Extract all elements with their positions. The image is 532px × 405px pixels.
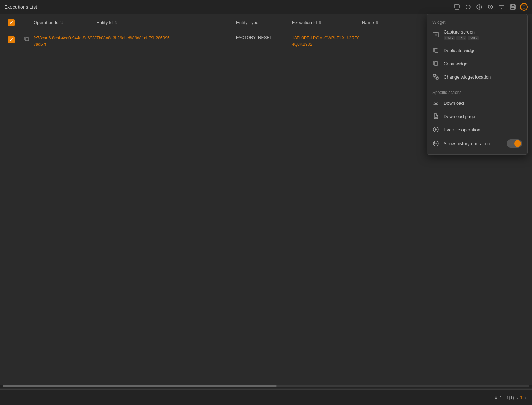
context-menu: Widget Capture screen PNG JPG SVG [427, 14, 528, 155]
copy-widget-icon [432, 60, 439, 67]
specific-section-label: Specific actions [427, 88, 527, 96]
show-history-label: Show history operation [444, 141, 502, 146]
row-entity-type: FACTORY_RESET [236, 35, 292, 40]
change-location-icon [432, 73, 439, 80]
export-icon[interactable] [453, 3, 461, 11]
jpg-badge: JPG [456, 36, 466, 40]
row-select-checkbox[interactable] [8, 36, 15, 43]
widget-section-label: Widget [427, 18, 527, 26]
svg-rect-12 [435, 49, 438, 52]
duplicate-widget-label: Duplicate widget [444, 48, 522, 53]
execute-operation-label: Execute operation [444, 127, 522, 132]
download-item[interactable]: Download [427, 96, 527, 110]
duplicate-widget-item[interactable]: Duplicate widget [427, 44, 527, 57]
svg-badge: SVG [468, 36, 479, 40]
capture-screen-label: Capture screen [444, 29, 479, 35]
sort-execution-icon: ⇅ [319, 21, 321, 24]
top-bar: Executions List [0, 0, 532, 14]
lines-icon: ≡ [495, 395, 498, 400]
capture-screen-content: Capture screen PNG JPG SVG [444, 29, 479, 40]
download-page-label: Download page [444, 114, 522, 119]
copy-widget-label: Copy widget [444, 61, 522, 66]
pagination: ≡ 1 - 1(1) ‹ 1 › [495, 395, 526, 400]
prev-page-button[interactable]: ‹ [516, 395, 518, 400]
filter-icon[interactable] [498, 3, 505, 11]
next-page-button[interactable]: › [525, 395, 526, 400]
toggle-track [507, 139, 522, 148]
top-bar-icons [453, 3, 528, 11]
execute-operation-item[interactable]: Execute operation [427, 123, 527, 136]
toggle-thumb [514, 140, 521, 147]
svg-rect-14 [433, 74, 436, 76]
capture-screen-item[interactable]: Capture screen PNG JPG SVG [427, 26, 527, 44]
scrollbar-track [3, 385, 529, 387]
download-icon [432, 100, 439, 106]
header-execution-id[interactable]: Execution Id ⇅ [292, 20, 362, 25]
download-label: Download [444, 101, 522, 106]
sort-operation-icon: ⇅ [60, 21, 63, 24]
header-entity-id[interactable]: Entity Id ⇅ [96, 20, 236, 25]
svg-rect-10 [433, 33, 439, 37]
copy-widget-item[interactable]: Copy widget [427, 57, 527, 70]
show-history-item[interactable]: Show history operation [427, 136, 527, 151]
scrollbar-thumb[interactable] [3, 385, 277, 387]
row-entity-id: 7b08a8d3b29dbc8f89d81db79b286996 ... [96, 35, 236, 41]
horizontal-scrollbar[interactable] [0, 385, 532, 388]
footer: ≡ 1 - 1(1) ‹ 1 › [0, 389, 532, 405]
execute-operation-icon [432, 126, 439, 133]
select-all-checkbox[interactable] [8, 19, 15, 26]
duplicate-widget-icon [432, 47, 439, 54]
info-icon[interactable] [475, 3, 483, 11]
header-operation-id[interactable]: Operation Id ⇅ [34, 20, 96, 25]
svg-point-6 [524, 5, 525, 6]
row-operation-id: fe73caa6-8cbf-4ed0-944d-8d693f7ad57f [34, 35, 96, 47]
svg-rect-5 [511, 7, 515, 9]
svg-point-8 [524, 8, 525, 9]
row-execution-id: 13FII0PF-LRQM-GWBI-ELXU-2RE04QJKB982 [292, 35, 362, 47]
svg-rect-15 [436, 77, 438, 79]
show-history-toggle[interactable] [507, 139, 522, 148]
row-copy-btn[interactable] [20, 35, 34, 43]
more-menu-icon[interactable] [520, 3, 528, 11]
refresh-icon[interactable] [464, 3, 472, 11]
png-badge: PNG [444, 36, 455, 40]
svg-rect-9 [25, 38, 29, 41]
format-badges: PNG JPG SVG [444, 36, 479, 40]
row-checkbox[interactable] [3, 35, 20, 43]
header-checkbox[interactable] [3, 19, 20, 26]
header-name[interactable]: Name ⇅ [362, 20, 414, 25]
svg-rect-13 [434, 62, 438, 65]
show-history-icon [432, 140, 439, 147]
menu-divider [427, 86, 527, 86]
current-page[interactable]: 1 [520, 395, 523, 400]
download-page-item[interactable]: Download page [427, 110, 527, 123]
save-icon[interactable] [509, 3, 517, 11]
header-entity-type: Entity Type [236, 20, 292, 25]
download-page-icon [432, 113, 439, 120]
svg-point-7 [524, 6, 525, 7]
change-location-item[interactable]: Change widget location [427, 70, 527, 83]
change-location-label: Change widget location [444, 74, 522, 80]
svg-point-3 [479, 6, 479, 6]
svg-point-11 [435, 34, 437, 36]
page-title: Executions List [4, 4, 37, 10]
sort-entity-icon: ⇅ [114, 21, 117, 24]
sort-name-icon: ⇅ [376, 21, 378, 24]
capture-screen-icon [432, 31, 439, 38]
svg-rect-0 [454, 5, 459, 8]
pagination-range: 1 - 1(1) [500, 395, 514, 400]
copy-button[interactable] [23, 36, 30, 43]
history-icon[interactable] [487, 3, 494, 11]
